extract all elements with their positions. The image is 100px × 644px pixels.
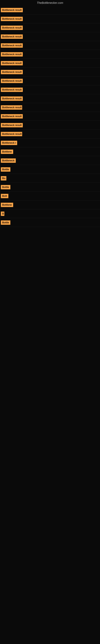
- bottleneck-result-badge[interactable]: Bott: [1, 194, 8, 198]
- list-item: Bottleneck result: [0, 112, 100, 121]
- list-item: Bottleneck result: [0, 14, 100, 23]
- list-item: Bottleneck result: [0, 6, 100, 14]
- bottleneck-result-badge[interactable]: Bottleneck result: [1, 34, 23, 39]
- bottleneck-result-badge[interactable]: Bottleneck: [1, 158, 16, 163]
- bottleneck-result-badge[interactable]: Bottleneck result: [1, 61, 23, 66]
- bottleneck-result-badge[interactable]: Bottleneck result: [1, 114, 23, 118]
- list-item: Bottleneck result: [0, 103, 100, 112]
- list-item: Bottleneck result: [0, 41, 100, 50]
- list-item: Bottleneck r: [0, 138, 100, 147]
- list-item: Bott: [0, 192, 100, 200]
- bottleneck-result-badge[interactable]: Bottleneck result: [1, 52, 23, 56]
- list-item: Bo: [0, 174, 100, 183]
- bottleneck-result-badge[interactable]: Bottleneck result: [1, 123, 23, 128]
- bottleneck-result-badge[interactable]: Bottleneck r: [1, 141, 17, 145]
- bottleneck-result-badge[interactable]: Bottle: [1, 185, 10, 190]
- bottleneck-result-badge[interactable]: Bottle: [1, 220, 10, 225]
- bottleneck-result-badge[interactable]: B: [1, 212, 4, 216]
- bottleneck-result-badge[interactable]: Bottleneck result: [1, 70, 23, 74]
- bottleneck-result-badge[interactable]: Bottleneck result: [1, 8, 23, 12]
- bottleneck-result-badge[interactable]: Bottleneck result: [1, 105, 22, 110]
- list-item: Bottleneck result: [0, 94, 100, 103]
- list-item: Bottle: [0, 183, 100, 192]
- bottleneck-result-badge[interactable]: Bottlene: [1, 150, 13, 154]
- list-item: Bottleneck result: [0, 32, 100, 41]
- list-item: Bottleneck result: [0, 68, 100, 76]
- bottleneck-result-badge[interactable]: Bottleneck result: [1, 26, 23, 30]
- bottleneck-result-badge[interactable]: Bottleneck result: [1, 96, 23, 101]
- list-item: Bottleneck: [0, 156, 100, 165]
- bottleneck-result-badge[interactable]: Bo: [1, 176, 6, 180]
- list-item: Bottleneck result: [0, 85, 100, 94]
- bottleneck-result-badge[interactable]: Bottleneck result: [1, 88, 23, 92]
- bottleneck-result-badge[interactable]: Bottleneck result: [1, 43, 23, 48]
- list-item: Bottle: [0, 165, 100, 174]
- bottleneck-result-badge[interactable]: Bottlene: [1, 203, 13, 207]
- list-item: Bottleneck result: [0, 76, 100, 85]
- site-title: TheBottlenecker.com: [0, 0, 100, 6]
- bottleneck-result-badge[interactable]: Bottleneck result: [1, 132, 22, 136]
- list-item: Bottleneck result: [0, 59, 100, 68]
- list-item: Bottlene: [0, 147, 100, 156]
- list-item: Bottleneck result: [0, 130, 100, 138]
- list-item: Bottlene: [0, 200, 100, 209]
- bottleneck-result-badge[interactable]: Bottleneck result: [1, 79, 23, 83]
- bottleneck-result-badge[interactable]: Bottleneck result: [1, 17, 23, 21]
- list-item: B: [0, 209, 100, 218]
- bottleneck-result-badge[interactable]: Bottle: [1, 167, 10, 172]
- list-item: Bottleneck result: [0, 121, 100, 130]
- list-item: Bottleneck result: [0, 50, 100, 59]
- list-item: Bottle: [0, 218, 100, 227]
- list-item: Bottleneck result: [0, 23, 100, 32]
